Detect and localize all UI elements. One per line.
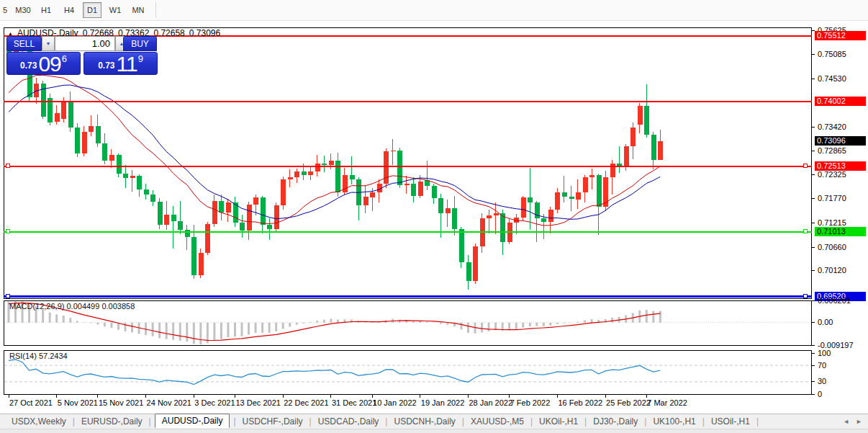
timeframe-button-h1[interactable]: H1 bbox=[37, 2, 55, 18]
ohlc-low: 0.72658 bbox=[153, 28, 184, 38]
tab-separator: | bbox=[584, 416, 587, 427]
tab-separator: | bbox=[530, 416, 533, 427]
rsi-axis-70: 70 bbox=[812, 361, 868, 370]
current-price-tag: 0.73096 bbox=[815, 136, 866, 146]
date-tick-label: 5 Nov 2021 bbox=[58, 398, 98, 407]
chart-tabs-bar: USDX,Weekly|EURUSD-,Daily|AUDUSD-,Daily|… bbox=[0, 414, 868, 429]
sell-button[interactable]: SELL bbox=[6, 36, 42, 51]
chart-tab-audusd-daily[interactable]: AUDUSD-,Daily bbox=[155, 414, 230, 428]
timeframe-button-w1[interactable]: W1 bbox=[106, 2, 125, 18]
tab-separator: | bbox=[73, 416, 75, 427]
tab-separator: | bbox=[756, 416, 759, 427]
chart-tab-usoil-h1[interactable]: USOil-,H1 bbox=[708, 416, 753, 427]
chart-tab-ukoil-h1[interactable]: UKOil-,H1 bbox=[536, 416, 581, 427]
timeframe-button-5[interactable]: 5 bbox=[1, 2, 9, 18]
date-tick-label: 3 Dec 2021 bbox=[194, 398, 235, 407]
macd-label: MACD(12,26,9) 0.004499 0.003858 bbox=[9, 302, 135, 311]
date-tick-label: 25 Feb 2022 bbox=[606, 398, 651, 407]
rsi-panel-frame bbox=[4, 351, 812, 395]
timeframe-button-h4[interactable]: H4 bbox=[60, 2, 78, 18]
chart-tab-xauusd-m5[interactable]: XAUUSD-,M5 bbox=[468, 416, 527, 427]
chart-tab-uk100-h1[interactable]: UK100-,H1 bbox=[650, 416, 698, 427]
date-tick-label: 15 Nov 2021 bbox=[99, 398, 143, 407]
sell-price-point: 6 bbox=[62, 53, 67, 64]
price-axis-tick: 0.70660 bbox=[812, 243, 868, 252]
hline-price-tag-0.74002: 0.74002 bbox=[815, 97, 866, 106]
tab-separator: | bbox=[702, 416, 705, 427]
buy-price-display[interactable]: 0.73119 bbox=[83, 52, 158, 75]
chart-tab-usdcad-daily[interactable]: USDCAD-,Daily bbox=[315, 416, 382, 427]
hline-handle bbox=[6, 295, 9, 298]
volume-input[interactable] bbox=[55, 36, 115, 51]
tab-separator: | bbox=[385, 416, 387, 427]
date-tick-label: 27 Oct 2021 bbox=[9, 398, 53, 407]
buy-button[interactable]: BUY bbox=[123, 36, 157, 51]
hline-handle bbox=[803, 230, 807, 233]
rsi-axis-30: 30 bbox=[812, 377, 868, 386]
date-tick-label: 16 Feb 2022 bbox=[558, 398, 602, 407]
rsi-axis-100: 100 bbox=[812, 349, 868, 358]
price-axis-tick: 0.74530 bbox=[812, 74, 868, 84]
tabs-scroll-right-icon[interactable]: ► bbox=[856, 418, 862, 425]
rsi-axis-0: 0 bbox=[812, 390, 868, 399]
macd-axis-max: 0.006201 bbox=[812, 296, 868, 305]
price-axis-tick: 0.73420 bbox=[812, 122, 868, 132]
date-tick-label: 7 Mar 2022 bbox=[647, 398, 687, 407]
hline-price-tag-0.72513: 0.72513 bbox=[815, 161, 866, 171]
tab-separator: | bbox=[644, 416, 646, 427]
sell-price-display[interactable]: 0.73096 bbox=[6, 52, 81, 75]
rsi-label: RSI(14) 57.2434 bbox=[9, 352, 68, 360]
chart-tab-usdchf-daily[interactable]: USDCHF-,Daily bbox=[240, 416, 306, 427]
hline-handle bbox=[6, 230, 9, 233]
tab-separator: | bbox=[309, 416, 312, 427]
sell-price-pips: 09 bbox=[38, 54, 60, 73]
tab-separator: | bbox=[149, 416, 151, 427]
date-tick-label: 13 Dec 2021 bbox=[235, 398, 280, 407]
price-chart[interactable]: MACD(12,26,9) 0.004499 0.003858RSI(14) 5… bbox=[4, 27, 812, 413]
chart-tab-eurusd-daily[interactable]: EURUSD-,Daily bbox=[78, 416, 145, 427]
timeframe-toolbar: 5M30H1H4D1W1MN bbox=[0, 0, 868, 21]
tabs-scroll-left-icon[interactable]: ◄ bbox=[843, 418, 849, 425]
one-click-trading-panel: SELL ▼ ▲ BUY 0.73096 0.73119 bbox=[6, 36, 158, 75]
sell-price-prefix: 0.73 bbox=[20, 61, 37, 71]
date-tick-label: 24 Nov 2021 bbox=[147, 398, 191, 407]
date-tick-label: 28 Jan 2022 bbox=[469, 398, 513, 407]
price-axis-tick: 0.71215 bbox=[812, 218, 868, 228]
buy-price-prefix: 0.73 bbox=[98, 61, 114, 71]
price-axis[interactable]: 0.756250.750850.745300.734200.728650.723… bbox=[812, 27, 868, 412]
tab-separator: | bbox=[233, 416, 235, 427]
timeframe-button-d1[interactable]: D1 bbox=[83, 2, 101, 18]
hline-price-tag-0.71013: 0.71013 bbox=[815, 227, 866, 236]
timeframe-button-m30[interactable]: M30 bbox=[14, 2, 32, 18]
hline-price-tag-0.75512: 0.75512 bbox=[815, 31, 866, 40]
buy-price-pips: 11 bbox=[116, 54, 137, 73]
chart-tab-usdcnh-daily[interactable]: USDCNH-,Daily bbox=[391, 416, 458, 427]
date-tick-label: 22 Dec 2021 bbox=[284, 398, 328, 407]
buy-price-point: 9 bbox=[138, 53, 143, 64]
tab-separator: | bbox=[462, 416, 464, 427]
price-axis-tick: 0.70120 bbox=[812, 266, 868, 275]
date-tick-label: 7 Feb 2022 bbox=[510, 398, 551, 407]
date-tick-label: 19 Jan 2022 bbox=[421, 398, 465, 407]
price-axis-tick: 0.71770 bbox=[812, 194, 868, 203]
hline-handle bbox=[803, 295, 807, 298]
tab-scroll-arrows: ◄► bbox=[843, 418, 862, 425]
ohlc-close: 0.73096 bbox=[189, 28, 220, 38]
price-axis-tick: 0.72865 bbox=[812, 146, 868, 156]
volume-decrease-button[interactable]: ▼ bbox=[42, 36, 55, 51]
timeframe-button-mn[interactable]: MN bbox=[129, 2, 148, 18]
window-bottom-edge bbox=[0, 429, 868, 433]
hline-handle bbox=[803, 164, 807, 168]
macd-axis-zero: 0.00 bbox=[812, 318, 868, 327]
chart-tab-dj30-daily[interactable]: DJ30-,Daily bbox=[590, 416, 641, 427]
price-axis-tick: 0.72325 bbox=[812, 170, 868, 179]
date-tick-label: 31 Dec 2021 bbox=[332, 398, 376, 407]
chart-tab-usdx-weekly[interactable]: USDX,Weekly bbox=[9, 416, 69, 427]
price-axis-tick: 0.75085 bbox=[812, 50, 868, 59]
toolbar-separator bbox=[155, 2, 156, 18]
date-tick-label: 10 Jan 2022 bbox=[373, 398, 417, 407]
hline-handle bbox=[6, 164, 9, 168]
mt4-terminal-window: 5M30H1H4D1W1MN MACD(12,26,9) 0.004499 0.… bbox=[0, 0, 868, 433]
collapse-arrow-icon[interactable]: ▲ bbox=[8, 31, 13, 36]
